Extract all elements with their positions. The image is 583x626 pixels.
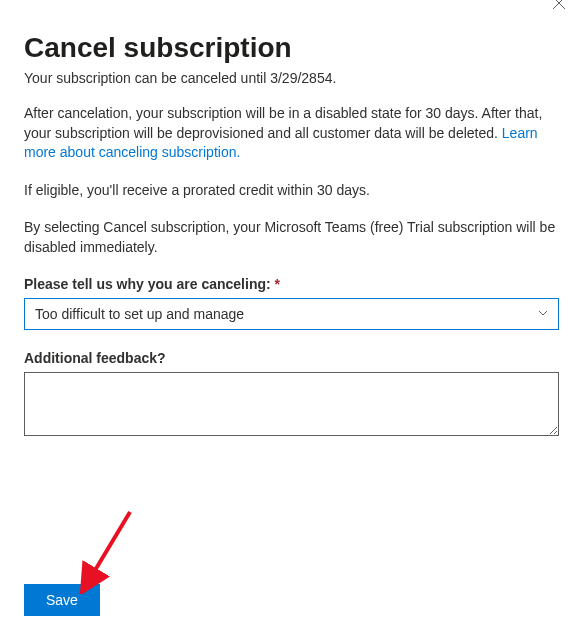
feedback-textarea[interactable] [24,372,559,436]
dialog-subtitle: Your subscription can be canceled until … [24,70,559,86]
reason-label: Please tell us why you are canceling: * [24,276,559,292]
close-icon [552,0,566,13]
cancel-subscription-panel: Cancel subscription Your subscription ca… [0,0,583,483]
feedback-label: Additional feedback? [24,350,559,366]
arrow-annotation-icon [78,504,138,594]
reason-select-wrap [24,298,559,330]
save-button[interactable]: Save [24,584,100,616]
paragraph-cancelation-info: After cancelation, your subscription wil… [24,104,559,163]
dialog-title: Cancel subscription [24,32,559,64]
paragraph-cancelation-text: After cancelation, your subscription wil… [24,105,542,141]
required-asterisk: * [275,276,280,292]
svg-line-1 [88,512,130,582]
reason-label-text: Please tell us why you are canceling: [24,276,275,292]
close-button[interactable] [547,0,571,16]
paragraph-disable-info: By selecting Cancel subscription, your M… [24,218,559,257]
paragraph-credit-info: If eligible, you'll receive a prorated c… [24,181,559,201]
feedback-wrap [24,372,559,439]
dialog-actions: Save [24,584,100,616]
reason-select[interactable] [24,298,559,330]
